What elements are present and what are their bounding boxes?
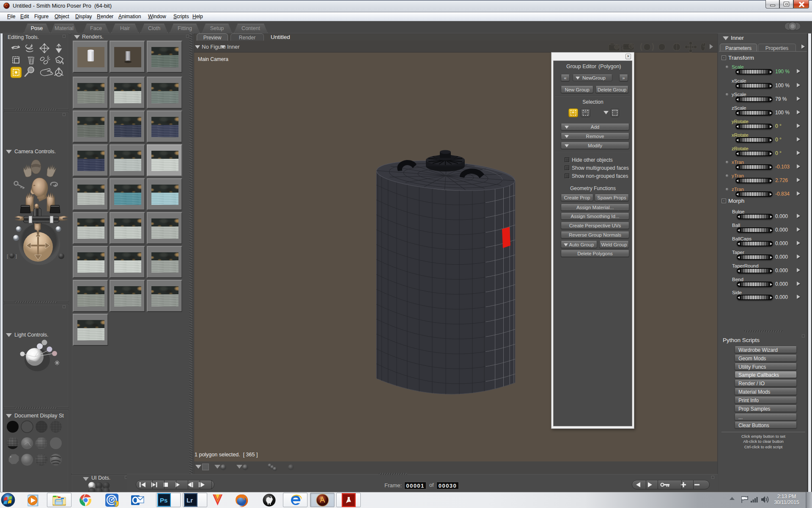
svg-text:]: ]: [16, 254, 17, 259]
svg-text:Lr: Lr: [187, 497, 193, 504]
svg-text:Ps: Ps: [160, 497, 167, 504]
svg-text:[: [: [7, 254, 8, 259]
